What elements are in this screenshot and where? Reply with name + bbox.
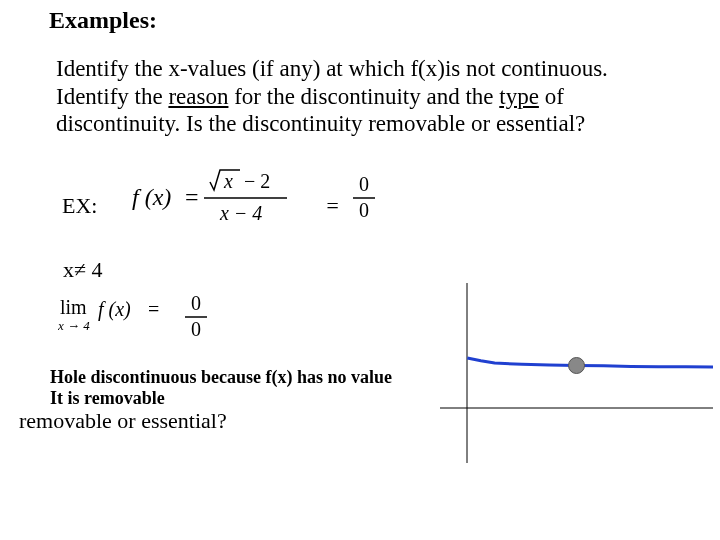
curve <box>467 358 713 367</box>
prompt-line-2c: of <box>539 84 564 109</box>
domain-restriction: x≠ 4 <box>63 257 103 283</box>
hole-marker-icon <box>569 358 585 374</box>
zero-over-zero-2: 0 0 <box>181 292 211 342</box>
formula-lhs: f (x) <box>132 184 171 210</box>
limit-fx: f (x) <box>98 298 131 321</box>
prompt-line-2b: for the discontinuity and the <box>228 84 499 109</box>
answer-removable: It is removable <box>50 388 165 409</box>
formula-num-x: x <box>223 170 233 192</box>
prompt-underline-type: type <box>499 84 539 109</box>
equals-sign: = <box>325 193 340 219</box>
example-label: EX: <box>62 193 97 219</box>
function-graph <box>440 283 713 463</box>
formula-num-minus2: − 2 <box>244 170 270 192</box>
zz2-top: 0 <box>191 292 201 314</box>
limit-sub: x → 4 <box>58 318 90 333</box>
formula-equals: = <box>185 184 199 210</box>
limit-eq: = <box>148 298 159 320</box>
formula-fx: f (x) = x − 2 x − 4 <box>132 168 312 228</box>
prompt-line-1: Identify the x-values (if any) at which … <box>56 56 608 81</box>
slide: Examples: Identify the x-values (if any)… <box>0 0 720 540</box>
zz2-bottom: 0 <box>191 318 201 340</box>
problem-prompt: Identify the x-values (if any) at which … <box>56 55 656 138</box>
zero-over-zero-1: 0 0 <box>349 173 379 223</box>
formula-den: x − 4 <box>219 202 262 224</box>
answer-hole: Hole discontinuous because f(x) has no v… <box>50 367 392 388</box>
section-title: Examples: <box>49 7 157 34</box>
prompt-underline-reason: reason <box>168 84 228 109</box>
zz1-bottom: 0 <box>359 199 369 221</box>
question-removable-essential: removable or essential? <box>19 408 227 434</box>
zz1-top: 0 <box>359 173 369 195</box>
limit-expression: lim x → 4 f (x) = <box>58 292 168 337</box>
prompt-line-3: discontinuity. Is the discontinuity remo… <box>56 111 585 136</box>
limit-lim: lim <box>60 296 87 318</box>
prompt-line-2a: Identify the <box>56 84 168 109</box>
